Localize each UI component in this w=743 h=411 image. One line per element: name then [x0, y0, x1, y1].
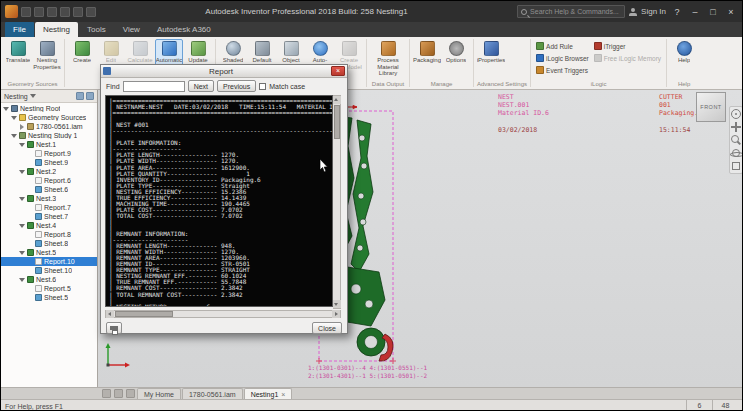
viewcube[interactable]: FRONT	[696, 92, 726, 122]
close-button[interactable]: ×	[724, 4, 738, 19]
tree-item-nest-6[interactable]: Nest.6	[1, 275, 97, 284]
create-button[interactable]: Create	[68, 39, 96, 66]
tab-my-home[interactable]: My Home	[137, 388, 181, 399]
help-search-box[interactable]	[517, 5, 625, 18]
nested-part-ring[interactable]	[357, 328, 385, 356]
report-console[interactable]: |=======================================…	[105, 95, 333, 307]
add-rule-button[interactable]: Add Rule	[534, 40, 591, 52]
find-input[interactable]	[123, 81, 185, 92]
nested-part-strip-2[interactable]	[351, 120, 373, 272]
tree-item-sheet-5[interactable]: Sheet.5	[1, 293, 97, 302]
tree-item-report-8[interactable]: Report.8	[1, 230, 97, 239]
calculate-button[interactable]: Calculate	[126, 39, 154, 66]
process-material-library-button[interactable]: Process Material Library	[370, 39, 406, 79]
tree-item-report-5[interactable]: Report.5	[1, 284, 97, 293]
filter-icon[interactable]	[76, 92, 84, 100]
expand-icon[interactable]	[3, 106, 9, 112]
nesting-properties-button[interactable]: Nesting Properties	[33, 39, 61, 72]
navigation-wheel-icon[interactable]	[731, 109, 741, 119]
report-dialog-close-icon[interactable]: ×	[331, 66, 345, 76]
vertical-scroll-thumb[interactable]	[334, 105, 340, 139]
tree-item-nest-4[interactable]: Nest.4	[1, 221, 97, 230]
switch-window-icon[interactable]	[126, 389, 135, 398]
open-icon[interactable]	[21, 7, 31, 17]
update-icon[interactable]	[86, 7, 96, 17]
sign-in-button[interactable]: Sign In	[641, 7, 666, 16]
tree-item-geometry-sources[interactable]: Geometry Sources	[1, 113, 97, 122]
expand-icon[interactable]	[11, 133, 17, 139]
tab-document-nesting1[interactable]: Nesting1 ×	[244, 388, 293, 399]
expand-icon[interactable]	[19, 250, 25, 256]
iproperties-button[interactable]: iProperties	[477, 39, 505, 66]
tree-item-nest-1[interactable]: Nest.1	[1, 140, 97, 149]
report-horizontal-scrollbar[interactable]	[105, 310, 341, 318]
help-button[interactable]: ?	[670, 4, 684, 19]
free-ilogic-memory-button[interactable]: Free iLogic Memory	[592, 52, 663, 64]
scroll-down-icon[interactable]	[333, 300, 341, 308]
zoom-icon[interactable]	[731, 135, 741, 145]
default-button[interactable]: Default	[248, 39, 276, 66]
expand-icon[interactable]	[19, 124, 25, 130]
horizontal-scroll-thumb[interactable]	[115, 311, 173, 317]
tree-item-assembly[interactable]: 1780-0561.iam	[1, 122, 97, 131]
tree-item-report-6[interactable]: Report.6	[1, 176, 97, 185]
tree-item-nest-5[interactable]: Nest.5	[1, 248, 97, 257]
report-dialog-titlebar[interactable]: Report ×	[101, 65, 347, 78]
inventor-logo-icon[interactable]	[5, 5, 18, 18]
pin-icon[interactable]	[86, 92, 94, 100]
expand-icon[interactable]	[19, 196, 25, 202]
help-search-input[interactable]	[530, 8, 620, 15]
cascade-windows-icon[interactable]	[114, 389, 123, 398]
close-report-button[interactable]: Close	[312, 322, 342, 334]
close-tab-icon[interactable]: ×	[281, 391, 285, 398]
shaded-button[interactable]: Shaded	[219, 39, 247, 66]
event-triggers-button[interactable]: Event Triggers	[534, 64, 591, 76]
look-at-icon[interactable]	[731, 161, 741, 171]
expand-icon[interactable]	[19, 277, 25, 283]
expand-icon[interactable]	[19, 223, 25, 229]
tree-item-report-10[interactable]: Report.10	[1, 257, 97, 266]
tree-item-nest-3[interactable]: Nest.3	[1, 194, 97, 203]
find-next-button[interactable]: Next	[188, 80, 214, 92]
tab-tools[interactable]: Tools	[79, 22, 114, 37]
print-report-button[interactable]	[106, 322, 122, 334]
tab-autodesk-a360[interactable]: Autodesk A360	[149, 22, 219, 37]
expand-icon[interactable]	[19, 142, 25, 148]
scroll-left-icon[interactable]	[106, 310, 114, 318]
tile-windows-icon[interactable]	[102, 389, 111, 398]
packaging-button[interactable]: Packaging	[413, 39, 441, 66]
tree-item-sheet-6[interactable]: Sheet.6	[1, 185, 97, 194]
undo-icon[interactable]	[47, 7, 57, 17]
tree-item-sheet-7[interactable]: Sheet.7	[1, 212, 97, 221]
tab-nesting[interactable]: Nesting	[35, 22, 78, 37]
ilogic-browser-button[interactable]: iLogic Browser	[534, 52, 591, 64]
scroll-right-icon[interactable]	[332, 310, 340, 318]
options-button[interactable]: Options	[442, 39, 470, 66]
tree-item-sheet-8[interactable]: Sheet.8	[1, 239, 97, 248]
tree-item-nesting-study-1[interactable]: Nesting Study 1	[1, 131, 97, 140]
expand-icon[interactable]	[11, 115, 17, 121]
find-previous-button[interactable]: Previous	[217, 80, 256, 92]
orbit-icon[interactable]	[731, 148, 741, 158]
tab-view[interactable]: View	[115, 22, 148, 37]
tree-item-nesting-root[interactable]: Nesting Root	[1, 104, 97, 113]
print-icon[interactable]	[73, 7, 83, 17]
edit-button[interactable]: Edit	[97, 39, 125, 66]
save-icon[interactable]	[34, 7, 44, 17]
itrigger-button[interactable]: iTrigger	[592, 40, 663, 52]
tab-file[interactable]: File	[5, 22, 34, 37]
minimize-button[interactable]: –	[688, 4, 702, 19]
tree-item-sheet-9[interactable]: Sheet.9	[1, 158, 97, 167]
scroll-up-icon[interactable]	[333, 96, 341, 104]
tree-item-report-9[interactable]: Report.9	[1, 149, 97, 158]
expand-icon[interactable]	[19, 169, 25, 175]
translate-button[interactable]: Translate	[4, 39, 32, 66]
restore-button[interactable]: □	[706, 4, 720, 19]
help-ribbon-button[interactable]: Help	[670, 39, 698, 66]
chevron-down-icon[interactable]	[30, 93, 36, 99]
tree-item-nest-2[interactable]: Nest.2	[1, 167, 97, 176]
tree-item-sheet-10[interactable]: Sheet.10	[1, 266, 97, 275]
redo-icon[interactable]	[60, 7, 70, 17]
tab-document-assembly[interactable]: 1780-0561.iam	[182, 388, 243, 399]
report-vertical-scrollbar[interactable]	[333, 95, 341, 309]
